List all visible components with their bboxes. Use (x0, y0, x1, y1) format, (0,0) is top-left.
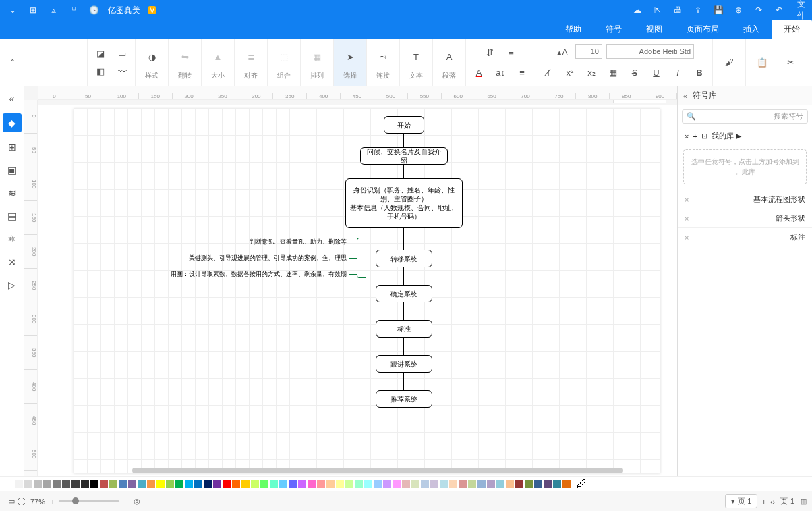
connector[interactable] (403, 338, 404, 355)
color-swatch[interactable] (506, 480, 514, 488)
color-swatch[interactable] (62, 480, 70, 488)
annotation-2[interactable]: 关键测头、引导观进展的管理、引导成功的案例、鱼、理思 (151, 254, 347, 263)
print-icon[interactable]: 🖶 (672, 4, 684, 16)
add-icon[interactable]: ⊕ (732, 4, 745, 16)
color-swatch[interactable] (440, 480, 448, 488)
color-swatch[interactable] (449, 480, 457, 488)
color-swatch[interactable] (279, 480, 287, 488)
underline-icon[interactable]: U (647, 64, 665, 82)
color-swatch[interactable] (477, 480, 486, 488)
undo-icon[interactable]: ↶ (773, 4, 785, 16)
flow-node-4[interactable]: 转移系统 (376, 250, 432, 267)
bullets-icon[interactable]: ≡ (502, 44, 520, 61)
flow-node-7[interactable]: 跟进系统 (376, 355, 432, 373)
align-left-icon[interactable]: ≡ (513, 64, 531, 82)
color-swatch[interactable] (298, 480, 306, 488)
color-swatch[interactable] (71, 480, 80, 488)
color-swatch[interactable] (459, 480, 467, 488)
annotation-3[interactable]: 用圏：设计导取素数、数据各按用的方式、速率、剩余量、有效期 (144, 270, 347, 279)
paste-icon[interactable]: 📋 (750, 51, 774, 75)
cut-icon[interactable]: ✂ (778, 51, 803, 75)
color-swatch[interactable] (213, 480, 221, 488)
color-swatch[interactable] (194, 480, 202, 488)
image-tool-icon[interactable]: ▣ (4, 162, 20, 178)
font-family-select[interactable]: Adobe Heiti Std (606, 44, 694, 59)
connector[interactable] (403, 373, 404, 390)
page-select[interactable]: 页-1▾ (725, 494, 758, 508)
connector[interactable] (403, 165, 404, 178)
color-swatch[interactable] (109, 480, 117, 488)
superscript-icon[interactable]: x² (561, 64, 579, 82)
color-swatch[interactable] (204, 480, 212, 488)
lib-item-callout[interactable]: 标注× (678, 227, 812, 246)
text-box-icon[interactable]: T (404, 45, 428, 70)
close-icon[interactable]: × (685, 196, 689, 204)
flow-node-6[interactable]: 标准 (376, 320, 432, 338)
color-swatch[interactable] (175, 480, 183, 488)
fit-page-icon[interactable]: ⛶ (18, 497, 25, 506)
theme-icon[interactable]: ◧ (92, 63, 109, 80)
color-swatch[interactable] (15, 480, 23, 488)
clear-format-icon[interactable]: T̸ (540, 64, 557, 82)
shapes-tool-icon[interactable]: ◆ (3, 113, 22, 132)
color-swatch[interactable] (185, 480, 193, 488)
clipboard-tool-icon[interactable]: ▤ (4, 208, 20, 224)
eyedropper-icon[interactable]: 🖊 (576, 478, 587, 490)
fit-width-icon[interactable]: ▭ (8, 497, 15, 506)
file-menu[interactable]: 文件 (793, 4, 805, 16)
collapse-left-icon[interactable]: « (4, 90, 20, 107)
mylib-label[interactable]: ▶ 我的库 (712, 131, 741, 141)
zoom-fit-icon[interactable]: ◎ (134, 497, 140, 506)
color-swatch[interactable] (308, 480, 316, 488)
color-swatch[interactable] (421, 480, 429, 488)
scrollbar-h[interactable] (132, 468, 623, 473)
line-height-icon[interactable]: ↕a (492, 64, 509, 82)
flip-icon[interactable]: ⇋ (173, 45, 197, 70)
close-lib-icon[interactable]: × (685, 132, 689, 140)
color-swatch[interactable] (562, 480, 571, 488)
branch-icon[interactable]: ⑂ (67, 4, 80, 16)
color-swatch[interactable] (251, 480, 259, 488)
flow-node-3[interactable]: 身份识别（职务、姓名、年龄、性别、主管圈子） 基本信息（人数规模、合同、地址、手… (345, 178, 463, 228)
cursor-tool-icon[interactable]: ➤ (338, 45, 362, 70)
zoom-slider[interactable] (59, 500, 119, 502)
style-icon[interactable]: ◑ (140, 45, 164, 70)
tab-start[interactable]: 开始 (772, 20, 812, 39)
panel-collapse-icon[interactable]: » (683, 92, 687, 100)
color-swatch[interactable] (270, 480, 278, 488)
tab-symbol[interactable]: 符号 (593, 20, 634, 39)
font-size-select[interactable]: 10 (575, 44, 602, 59)
color-swatch[interactable] (468, 480, 476, 488)
app-menu-icon[interactable]: ⊞ (27, 4, 39, 16)
close-icon[interactable]: × (685, 234, 689, 242)
color-swatch[interactable] (525, 480, 533, 488)
pointer-icon[interactable]: ⟁ (47, 4, 59, 16)
color-swatch[interactable] (393, 480, 401, 488)
color-swatch[interactable] (345, 480, 353, 488)
color-swatch[interactable] (90, 480, 98, 488)
subscript-icon[interactable]: x₂ (583, 64, 600, 82)
color-swatch[interactable] (430, 480, 438, 488)
color-swatch[interactable] (156, 480, 165, 488)
color-swatch[interactable] (289, 480, 297, 488)
annotation-1[interactable]: 判断意见、查看量孔、助力、删除等 (192, 238, 347, 246)
tab-insert[interactable]: 插入 (731, 20, 772, 39)
shadow-icon[interactable]: ◪ (92, 45, 109, 63)
color-swatch[interactable] (5, 480, 13, 488)
next-page-icon[interactable]: › (770, 497, 773, 506)
flow-node-5[interactable]: 确定系统 (376, 285, 432, 302)
connector[interactable] (403, 228, 404, 250)
color-swatch[interactable] (24, 480, 32, 488)
redo-icon[interactable]: ↷ (753, 4, 765, 16)
size-icon[interactable]: ▲ (206, 45, 230, 70)
add-lib-icon[interactable]: ⊡ (701, 132, 707, 140)
color-swatch[interactable] (553, 480, 561, 488)
connector-icon[interactable]: ⤳ (371, 45, 395, 70)
lib-item-arrows[interactable]: 箭头形状× (678, 209, 812, 227)
dropdown-icon[interactable]: ⌄ (7, 4, 19, 16)
color-swatch[interactable] (147, 480, 155, 488)
export-icon[interactable]: ⇪ (692, 4, 704, 16)
symbol-search[interactable]: 搜索符号 🔍 (682, 109, 808, 124)
color-swatch[interactable] (166, 480, 174, 488)
color-swatch[interactable] (260, 480, 268, 488)
